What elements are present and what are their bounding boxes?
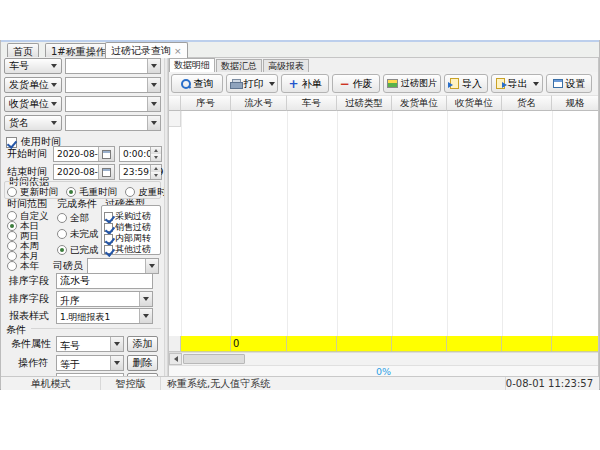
end-date-picker[interactable]: 2020-08-01 [53, 164, 115, 180]
receiver-field-dropdown[interactable]: 收货单位 [4, 96, 62, 112]
radio-icon [7, 261, 17, 271]
tab-data-detail[interactable]: 数据明细 [169, 58, 215, 72]
print-button[interactable]: 打印 [226, 74, 278, 93]
chevron-down-icon[interactable] [533, 82, 539, 86]
check-other-weigh[interactable]: 其他过磅 [104, 241, 151, 257]
sort-field-input[interactable] [56, 273, 153, 289]
toolbar: 查询 打印 +补单 −作废 过磅图片 导入 导出 设置 [169, 72, 598, 95]
shipper-value-combo[interactable] [65, 77, 161, 93]
combo-arrow-button[interactable] [110, 356, 123, 370]
tab-home[interactable]: 首页 [7, 43, 39, 58]
combo-arrow-button[interactable] [139, 292, 152, 306]
column-header-shipper[interactable]: 发货单位 [392, 95, 447, 111]
column-header-vehicle[interactable]: 车号 [287, 95, 337, 111]
radio-label: 本年 [20, 260, 39, 273]
supplement-button-label: 补单 [302, 77, 322, 91]
vehicle-field-dropdown[interactable]: 车号 [4, 58, 62, 74]
tab-data-summary[interactable]: 数据汇总 [216, 59, 262, 72]
search-icon [181, 79, 191, 89]
weigher-combo[interactable] [87, 258, 159, 274]
tab-weigh-operation[interactable]: 1#称重操作 [45, 43, 112, 58]
spin-down-icon[interactable] [150, 154, 161, 161]
tab-weigh-record-query-label: 过磅记录查询 [111, 45, 171, 56]
condition-attr-value: 车号 [60, 339, 80, 353]
import-button[interactable]: 导入 [444, 74, 488, 93]
column-header-receiver[interactable]: 收货单位 [447, 95, 502, 111]
goods-field-label: 货名 [9, 116, 29, 130]
print-button-label: 打印 [244, 77, 264, 91]
report-style-value: 1.明细报表1 [60, 311, 110, 324]
goods-value-combo[interactable] [65, 115, 161, 131]
tab-close-icon[interactable]: × [174, 44, 182, 59]
query-button-label: 查询 [194, 77, 214, 91]
radio-icon [57, 229, 67, 239]
spinner-buttons[interactable] [150, 147, 161, 161]
goods-field-dropdown[interactable]: 货名 [4, 115, 62, 131]
combo-arrow-button[interactable] [147, 78, 160, 92]
report-style-combo[interactable]: 1.明细报表1 [56, 308, 153, 324]
sort-order-combo[interactable]: 升序 [56, 291, 153, 307]
export-icon [496, 78, 505, 89]
settings-button[interactable]: 设置 [546, 74, 592, 93]
spin-up-icon[interactable] [150, 147, 161, 154]
combo-arrow-button[interactable] [147, 59, 160, 73]
horizontal-scrollbar[interactable] [169, 352, 598, 365]
column-header-serial[interactable]: 序号 [181, 95, 231, 111]
weigh-photo-button[interactable]: 过磅图片 [383, 74, 441, 93]
status-edition: 智控版 [101, 377, 161, 390]
combo-arrow-button[interactable] [147, 97, 160, 111]
spin-down-icon[interactable] [150, 172, 161, 179]
spin-up-icon[interactable] [150, 165, 161, 172]
scrollbar-thumb[interactable] [183, 354, 245, 364]
vehicle-field-label: 车号 [9, 59, 29, 73]
checkbox-checked-icon [104, 245, 113, 254]
supplement-button[interactable]: +补单 [281, 74, 329, 93]
tab-home-label: 首页 [13, 46, 33, 57]
radio-label: 未完成 [70, 228, 99, 241]
combo-arrow-button[interactable] [147, 116, 160, 130]
void-button[interactable]: −作废 [332, 74, 380, 93]
condition-attr-combo[interactable]: 车号 [56, 336, 124, 352]
radio-all[interactable]: 全部 [57, 210, 89, 226]
end-time-spinner[interactable]: 23:59:59 [119, 164, 162, 180]
query-button[interactable]: 查询 [171, 74, 223, 93]
minus-icon: − [339, 79, 349, 89]
column-header-spec[interactable]: 规格 [552, 95, 598, 111]
condition-divider [31, 328, 161, 329]
radio-this-year[interactable]: 本年 [7, 258, 39, 274]
spinner-buttons[interactable] [150, 165, 161, 179]
sort-order-label: 排序字段 [9, 292, 56, 306]
summary-indicator-cell [169, 336, 181, 352]
tab-advanced-report[interactable]: 高级报表 [263, 59, 309, 72]
grid-body[interactable] [169, 111, 598, 336]
combo-arrow-button[interactable] [110, 337, 123, 351]
radio-finished[interactable]: 已完成 [57, 242, 99, 258]
radio-unfinished[interactable]: 未完成 [57, 226, 99, 242]
add-condition-button[interactable]: 添加 [127, 336, 158, 352]
summary-cell [552, 336, 598, 352]
calendar-dropdown-button[interactable] [98, 147, 114, 161]
export-button[interactable]: 导出 [491, 74, 543, 93]
status-datetime: 2020-08-01 11:23:57 [506, 377, 599, 390]
receiver-value-combo[interactable] [65, 96, 161, 112]
chevron-down-icon[interactable] [269, 82, 275, 86]
weigher-label: 司磅员 [53, 259, 87, 273]
calendar-dropdown-button[interactable] [98, 165, 114, 179]
picture-icon [387, 79, 398, 88]
vehicle-value-combo[interactable] [65, 58, 161, 74]
start-date-picker[interactable]: 2020-08-01 [53, 146, 115, 162]
condition-op-combo[interactable]: 等于 [56, 355, 124, 371]
combo-arrow-button[interactable] [139, 309, 152, 323]
tab-weigh-record-query[interactable]: 过磅记录查询× [105, 42, 188, 58]
scroll-left-button[interactable] [169, 353, 182, 365]
remove-condition-button[interactable]: 删除 [127, 355, 158, 371]
status-system-name: 称重系统,无人值守系统 [161, 377, 506, 390]
column-header-weigh-type[interactable]: 过磅类型 [337, 95, 392, 111]
combo-arrow-button[interactable] [145, 259, 158, 273]
start-time-spinner[interactable]: 0:00:00 [119, 146, 162, 162]
shipper-field-dropdown[interactable]: 发货单位 [4, 77, 62, 93]
weigher-row: 司磅员 [53, 258, 161, 274]
radio-label: 已完成 [70, 244, 99, 257]
column-header-goods[interactable]: 货名 [502, 95, 552, 111]
column-header-flow-no[interactable]: 流水号 [231, 95, 287, 111]
